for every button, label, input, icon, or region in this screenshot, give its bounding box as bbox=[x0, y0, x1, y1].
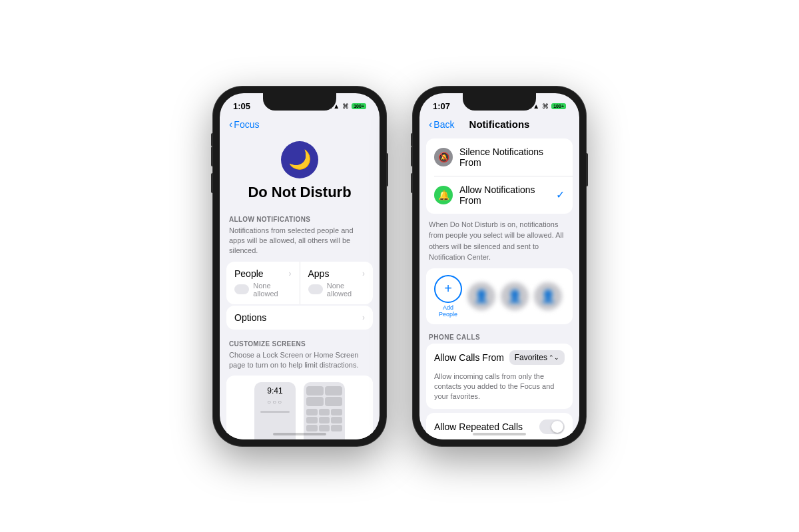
screens-card: 9:41 ○○○ Choose bbox=[226, 376, 373, 439]
apps-sub: None allowed bbox=[308, 282, 366, 298]
phone-2: 1:07 ▲▲▲ ⌘ 100+ ‹ Back Notifications bbox=[413, 87, 586, 446]
home-indicator-1 bbox=[273, 433, 326, 435]
silence-allow-card: 🔕 Silence Notifications From 🔔 Allow Not… bbox=[426, 138, 573, 214]
widget-2 bbox=[325, 386, 342, 396]
home-icon-2 bbox=[319, 409, 330, 415]
people-avatars-row: + AddPeople 👤 👤 👤 bbox=[426, 268, 573, 324]
apps-none-label: None allowed bbox=[327, 282, 365, 298]
apps-label: Apps › bbox=[308, 268, 366, 279]
customize-subtext: Choose a Lock Screen or Home Screen page… bbox=[220, 350, 380, 376]
bell-slash-icon: 🔕 bbox=[438, 152, 449, 162]
home-screen-frame bbox=[304, 382, 345, 439]
back-link-1[interactable]: ‹ Focus bbox=[229, 119, 259, 131]
calls-sub: Allow incoming calls from only the conta… bbox=[426, 372, 573, 409]
calls-card: Allow Calls From Favorites ⌃⌄ Allow inco… bbox=[426, 344, 573, 409]
people-apps-row: People › None allowed Apps › N bbox=[226, 262, 373, 304]
favorites-label: Favorites bbox=[515, 353, 547, 362]
repeated-toggle[interactable] bbox=[539, 419, 565, 434]
back-label-2[interactable]: Back bbox=[433, 119, 454, 130]
battery-badge: 100+ bbox=[352, 103, 366, 109]
people-sub: None allowed bbox=[234, 282, 292, 298]
home-screen-mock: Choose bbox=[304, 382, 345, 439]
silence-icon: 🔕 bbox=[434, 148, 453, 166]
apps-item[interactable]: Apps › None allowed bbox=[300, 262, 374, 304]
people-item[interactable]: People › None allowed bbox=[226, 262, 300, 304]
people-none-label: None allowed bbox=[253, 282, 291, 298]
wifi-icon: ⌘ bbox=[342, 103, 349, 110]
back-label-1[interactable]: Focus bbox=[234, 119, 259, 130]
nav-bar-1: ‹ Focus bbox=[220, 116, 380, 134]
people-toggle bbox=[234, 284, 249, 294]
lock-screen-mock: 9:41 ○○○ Choose bbox=[254, 382, 296, 439]
person-avatar-1: 👤 bbox=[467, 282, 495, 310]
person-avatar-3: 👤 bbox=[534, 282, 562, 310]
options-row[interactable]: Options › bbox=[226, 306, 373, 330]
stepper-icon: ⌃⌄ bbox=[549, 354, 559, 361]
dnd-hero: 🌙 Do Not Disturb bbox=[220, 134, 380, 210]
allow-label: Allow Notifications From bbox=[459, 184, 549, 206]
home-icon-4 bbox=[306, 417, 318, 423]
home-indicator-2 bbox=[473, 433, 526, 435]
back-link-2[interactable]: ‹ Back bbox=[429, 119, 454, 131]
lock-screen-frame: 9:41 ○○○ bbox=[254, 382, 296, 439]
info-text: When Do Not Disturb is on, notifications… bbox=[419, 219, 579, 268]
allow-notif-header: ALLOW NOTIFICATIONS bbox=[220, 210, 380, 226]
notch bbox=[263, 93, 336, 111]
moon-icon: 🌙 bbox=[288, 148, 312, 170]
person-avatar-2: 👤 bbox=[501, 282, 529, 310]
screen-content-2: ‹ Back Notifications 🔕 Silence Notificat… bbox=[419, 116, 579, 439]
options-label: Options bbox=[234, 312, 266, 323]
repeated-card: Allow Repeated Calls A second call from … bbox=[426, 413, 573, 439]
silence-label: Silence Notifications From bbox=[459, 146, 565, 168]
notch-2 bbox=[463, 93, 536, 111]
screens-preview: 9:41 ○○○ Choose bbox=[226, 376, 373, 439]
add-person-button[interactable]: + bbox=[434, 275, 462, 303]
home-icon-grid bbox=[306, 409, 342, 431]
home-icon-9 bbox=[331, 425, 342, 431]
widget-4 bbox=[325, 397, 342, 406]
widget-3 bbox=[306, 397, 324, 406]
checkmark-icon: ✓ bbox=[556, 188, 565, 201]
screen-content-1: ‹ Focus 🌙 Do Not Disturb ALLOW NOTIFICAT… bbox=[220, 116, 380, 439]
phone-1: 1:05 ▲▲▲ ⌘ 100+ ‹ Focus 🌙 Do Not Dist bbox=[213, 87, 386, 446]
repeated-label: Allow Repeated Calls bbox=[434, 421, 523, 432]
allow-calls-label: Allow Calls From bbox=[434, 352, 504, 363]
repeated-row[interactable]: Allow Repeated Calls bbox=[426, 413, 573, 439]
battery-badge-2: 100+ bbox=[551, 103, 566, 109]
dnd-icon: 🌙 bbox=[281, 141, 318, 178]
chevron-left-icon: ‹ bbox=[229, 119, 232, 131]
add-person-label: AddPeople bbox=[439, 304, 457, 318]
lock-time: 9:41 bbox=[267, 386, 282, 396]
customize-header: CUSTOMIZE SCREENS bbox=[220, 335, 380, 350]
nav-title-2: Notifications bbox=[469, 119, 530, 130]
options-chevron-icon: › bbox=[362, 313, 365, 322]
add-person-wrapper[interactable]: + AddPeople bbox=[434, 275, 462, 318]
dnd-title: Do Not Disturb bbox=[248, 184, 351, 201]
home-icon-6 bbox=[331, 417, 342, 423]
lock-bar bbox=[260, 411, 289, 413]
bell-icon: 🔔 bbox=[438, 190, 449, 200]
apps-toggle bbox=[308, 284, 323, 294]
favorites-selector[interactable]: Favorites ⌃⌄ bbox=[509, 350, 565, 365]
status-time-2: 1:07 bbox=[433, 101, 450, 111]
home-icon-3 bbox=[331, 409, 342, 415]
lock-dots: ○○○ bbox=[267, 398, 283, 405]
people-chevron-icon: › bbox=[289, 269, 292, 278]
home-icon-7 bbox=[306, 425, 318, 431]
home-icon-8 bbox=[319, 425, 330, 431]
apps-chevron-icon: › bbox=[362, 269, 365, 278]
silence-row[interactable]: 🔕 Silence Notifications From bbox=[426, 138, 573, 176]
home-icon-5 bbox=[319, 417, 330, 423]
home-icon-1 bbox=[306, 409, 318, 415]
phone-calls-header: PHONE CALLS bbox=[419, 330, 579, 344]
status-time: 1:05 bbox=[233, 101, 250, 111]
allow-icon: 🔔 bbox=[434, 186, 453, 204]
people-label: People › bbox=[234, 268, 292, 279]
allow-row[interactable]: 🔔 Allow Notifications From ✓ bbox=[426, 176, 573, 214]
home-widget-grid bbox=[306, 386, 342, 406]
allow-notif-subtext: Notifications from selected people and a… bbox=[220, 226, 380, 262]
allow-calls-row[interactable]: Allow Calls From Favorites ⌃⌄ bbox=[426, 344, 573, 372]
wifi-icon-2: ⌘ bbox=[542, 103, 549, 110]
nav-bar-2: ‹ Back Notifications bbox=[419, 116, 579, 134]
chevron-left-icon-2: ‹ bbox=[429, 119, 432, 131]
